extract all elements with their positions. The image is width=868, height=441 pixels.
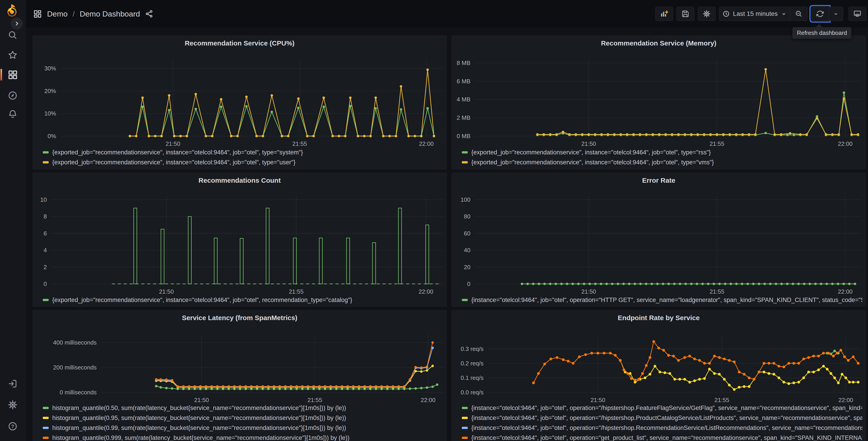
legend-swatch xyxy=(43,437,49,439)
save-icon xyxy=(682,10,689,18)
svg-text:30%: 30% xyxy=(44,65,56,72)
sidebar-expand-button[interactable] xyxy=(11,18,23,29)
chevron-right-icon xyxy=(14,21,20,27)
svg-text:8: 8 xyxy=(44,213,47,220)
legend-item[interactable]: histogram_quantile(0.99, sum(rate(latenc… xyxy=(43,423,443,433)
sidebar-item-sign-in[interactable] xyxy=(7,378,19,390)
clock-icon xyxy=(722,10,730,18)
question-circle-icon: ? xyxy=(8,421,18,431)
sidebar-item-help[interactable]: ? xyxy=(7,420,19,432)
save-dashboard-button[interactable] xyxy=(677,7,694,21)
svg-text:0 MB: 0 MB xyxy=(457,133,470,140)
grafana-app: Demo / Demo Dashboard Last 15 minutes xyxy=(0,0,868,441)
legend-swatch xyxy=(43,161,49,164)
svg-text:22:00: 22:00 xyxy=(421,396,435,404)
svg-text:400 milliseconds: 400 milliseconds xyxy=(53,339,97,346)
sidebar-item-configuration[interactable] xyxy=(7,399,19,411)
legend-item[interactable]: {exported_job="recommendationservice", i… xyxy=(43,147,443,157)
chart-canvas[interactable]: 024681021:5021:5522:00 xyxy=(33,173,446,306)
grafana-logo[interactable] xyxy=(4,3,20,18)
legend-swatch xyxy=(43,407,49,409)
legend-label: {exported_job="recommendationservice", i… xyxy=(52,149,303,156)
legend-item[interactable]: histogram_quantile(0.95, sum(rate(latenc… xyxy=(43,413,443,423)
legend-swatch xyxy=(43,151,49,153)
breadcrumb-section[interactable]: Demo xyxy=(47,9,68,18)
legend-item[interactable]: {instance="otelcol:9464", job="otel", op… xyxy=(462,433,862,441)
svg-text:22:00: 22:00 xyxy=(838,288,852,295)
panel-error-rate: Error Rate 02040608010021:5021:5522:00 {… xyxy=(452,173,866,307)
legend-swatch xyxy=(462,437,468,439)
legend-item[interactable]: {instance="otelcol:9464", job="otel", op… xyxy=(462,423,862,433)
svg-text:0.3 req/s: 0.3 req/s xyxy=(461,346,484,352)
svg-text:22:00: 22:00 xyxy=(418,288,433,295)
svg-text:22:00: 22:00 xyxy=(419,140,434,147)
legend-item[interactable]: histogram_quantile(0.999, sum(rate(laten… xyxy=(43,433,443,441)
chart-canvas[interactable]: 02040608010021:5021:5522:00 xyxy=(452,173,866,306)
svg-text:20: 20 xyxy=(464,264,470,270)
svg-text:21:55: 21:55 xyxy=(289,288,304,295)
share-button[interactable] xyxy=(145,10,153,18)
dashboard-settings-button[interactable] xyxy=(698,7,715,21)
legend-item[interactable]: histogram_quantile(0.50, sum(rate(latenc… xyxy=(43,403,443,413)
sidebar-item-search[interactable] xyxy=(7,29,19,41)
svg-text:21:50: 21:50 xyxy=(581,288,596,295)
svg-text:4: 4 xyxy=(44,247,47,254)
legend-swatch xyxy=(462,161,468,164)
sidebar-item-dashboards[interactable] xyxy=(7,69,19,81)
add-panel-icon xyxy=(660,10,668,18)
svg-text:?: ? xyxy=(11,423,14,429)
legend-item[interactable]: {instance="otelcol:9464", job="otel", op… xyxy=(462,403,862,413)
legend-label: histogram_quantile(0.99, sum(rate(latenc… xyxy=(52,424,346,432)
sidebar-nav: ? xyxy=(0,0,26,441)
chevron-down-icon xyxy=(781,11,787,17)
legend-item[interactable]: {instance="otelcol:9464", job="otel", op… xyxy=(462,295,862,305)
search-icon xyxy=(8,30,18,40)
legend-label: {instance="otelcol:9464", job="otel", op… xyxy=(471,297,862,303)
svg-text:0.0 req/s: 0.0 req/s xyxy=(461,389,484,396)
kiosk-mode-button[interactable] xyxy=(848,7,866,21)
monitor-icon xyxy=(853,10,862,18)
svg-text:21:55: 21:55 xyxy=(710,140,724,147)
breadcrumb-page[interactable]: Demo Dashboard xyxy=(80,9,140,18)
zoom-out-time-button[interactable] xyxy=(790,7,808,21)
svg-text:10%: 10% xyxy=(44,110,56,117)
legend-item[interactable]: {exported_job="recommendationservice", i… xyxy=(43,157,443,167)
svg-text:21:50: 21:50 xyxy=(581,140,596,147)
legend-label: {instance="otelcol:9464", job="otel", op… xyxy=(471,424,862,432)
panel-recommendation-memory: Recommendation Service (Memory) 0 MB2 MB… xyxy=(452,35,866,169)
time-range-picker[interactable]: Last 15 minutes xyxy=(719,7,790,21)
panel-legend: {exported_job="recommendationservice", i… xyxy=(462,147,862,167)
apps-grid-icon xyxy=(7,69,18,80)
refresh-dashboard-button[interactable] xyxy=(811,7,829,21)
bell-icon xyxy=(8,109,18,119)
star-icon xyxy=(8,50,18,60)
legend-item[interactable]: {instance="otelcol:9464", job="otel", op… xyxy=(462,413,862,423)
svg-text:0: 0 xyxy=(467,281,470,287)
time-picker-group: Last 15 minutes xyxy=(719,7,808,21)
refresh-tooltip: Refresh dashboard xyxy=(793,27,851,39)
svg-text:0.2 req/s: 0.2 req/s xyxy=(461,360,484,367)
breadcrumb-separator: / xyxy=(73,9,75,18)
sign-in-icon xyxy=(8,379,18,389)
legend-item[interactable]: {exported_job="recommendationservice", i… xyxy=(43,295,443,305)
time-range-label: Last 15 minutes xyxy=(733,10,778,18)
sidebar-item-starred[interactable] xyxy=(7,49,19,61)
gear-icon xyxy=(703,10,711,18)
svg-text:2 MB: 2 MB xyxy=(457,114,470,121)
refresh-icon xyxy=(816,10,824,18)
legend-item[interactable]: {exported_job="recommendationservice", i… xyxy=(462,147,862,157)
svg-text:80: 80 xyxy=(464,213,470,220)
legend-label: {instance="otelcol:9464", job="otel", op… xyxy=(471,414,862,421)
legend-label: histogram_quantile(0.999, sum(rate(laten… xyxy=(52,435,350,441)
add-panel-button[interactable] xyxy=(655,7,673,21)
legend-item[interactable]: {exported_job="recommendationservice", i… xyxy=(462,157,862,167)
refresh-interval-dropdown[interactable] xyxy=(829,7,843,21)
svg-text:200 milliseconds: 200 milliseconds xyxy=(53,364,97,371)
panel-recommendations-count: Recommendations Count 024681021:5021:552… xyxy=(33,173,447,307)
sidebar-item-alerting[interactable] xyxy=(7,108,19,120)
svg-text:21:55: 21:55 xyxy=(715,396,729,404)
legend-swatch xyxy=(462,417,468,419)
legend-label: {exported_job="recommendationservice", i… xyxy=(471,149,711,156)
sidebar-item-explore[interactable] xyxy=(7,90,19,101)
svg-text:6 MB: 6 MB xyxy=(457,78,470,85)
